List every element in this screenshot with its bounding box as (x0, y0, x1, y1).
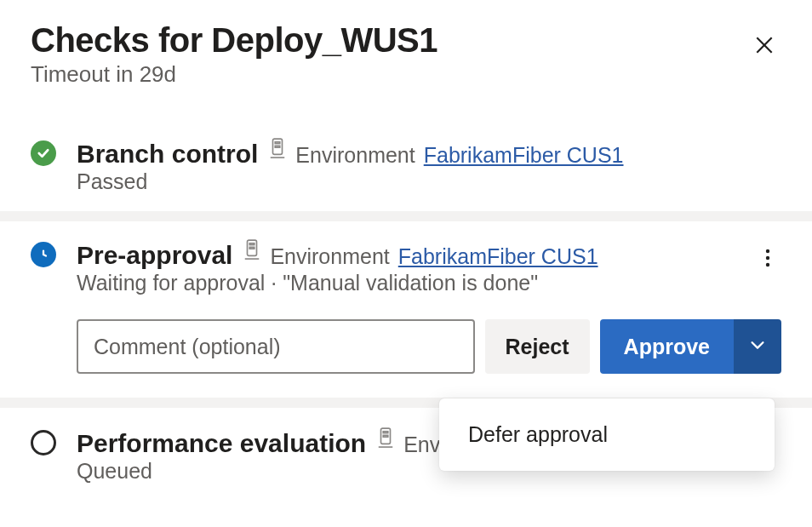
check-name: Performance evaluation (77, 429, 366, 457)
checks-panel: Checks for Deploy_WUS1 Timeout in 29d Br… (0, 0, 812, 509)
comment-input[interactable] (77, 319, 475, 374)
timeout-subtitle: Timeout in 29d (31, 61, 744, 88)
environment-link[interactable]: FabrikamFiber CUS1 (398, 244, 598, 269)
svg-rect-7 (248, 240, 257, 255)
environment-icon (243, 238, 263, 269)
status-passed-icon (31, 140, 56, 166)
check-header-line: Pre-approval Environment FabrikamFiber C… (77, 238, 781, 269)
svg-rect-9 (250, 247, 255, 249)
svg-rect-14 (381, 428, 391, 444)
svg-rect-15 (383, 432, 388, 433)
chevron-down-icon (748, 335, 767, 359)
status-queued-icon (31, 430, 56, 455)
svg-rect-4 (276, 146, 281, 147)
environment-label: Environment (270, 244, 389, 269)
status-waiting-icon (31, 242, 56, 267)
check-body: Branch control Environment FabrikamFiber… (77, 137, 781, 194)
environment-label: Environment (295, 143, 415, 168)
svg-point-11 (766, 249, 769, 252)
approval-action-row: Reject Approve (77, 319, 781, 374)
check-status-text: Passed (77, 169, 781, 194)
reject-button[interactable]: Reject (485, 319, 590, 374)
svg-point-12 (766, 255, 769, 259)
approve-dropdown-menu: Defer approval (439, 398, 775, 471)
kebab-icon (765, 249, 770, 270)
environment-icon (268, 137, 289, 168)
section-divider (0, 211, 812, 221)
check-name: Branch control (77, 140, 258, 168)
svg-rect-8 (250, 243, 255, 245)
close-button[interactable] (744, 26, 785, 66)
check-body: Pre-approval Environment FabrikamFiber C… (77, 238, 781, 374)
panel-header: Checks for Deploy_WUS1 Timeout in 29d (0, 0, 812, 101)
close-icon (753, 34, 775, 59)
check-name: Pre-approval (77, 241, 232, 269)
check-item-pre-approval: Pre-approval Environment FabrikamFiber C… (0, 221, 812, 398)
defer-approval-item[interactable]: Defer approval (439, 409, 775, 461)
environment-link[interactable]: FabrikamFiber CUS1 (424, 143, 624, 168)
svg-rect-3 (276, 142, 281, 144)
svg-rect-2 (273, 139, 283, 154)
check-item-branch-control: Branch control Environment FabrikamFiber… (0, 101, 812, 211)
approve-button[interactable]: Approve (600, 319, 734, 374)
panel-title: Checks for Deploy_WUS1 (31, 20, 744, 60)
environment-icon (376, 427, 397, 457)
header-text: Checks for Deploy_WUS1 Timeout in 29d (31, 20, 744, 88)
check-status-text: Waiting for approval · "Manual validatio… (77, 271, 781, 295)
approve-dropdown-toggle[interactable] (734, 319, 781, 374)
approve-split-button: Approve (600, 319, 781, 374)
more-actions-button[interactable] (754, 245, 781, 272)
svg-rect-16 (383, 435, 388, 437)
svg-point-13 (766, 262, 769, 266)
check-header-line: Branch control Environment FabrikamFiber… (77, 137, 781, 168)
